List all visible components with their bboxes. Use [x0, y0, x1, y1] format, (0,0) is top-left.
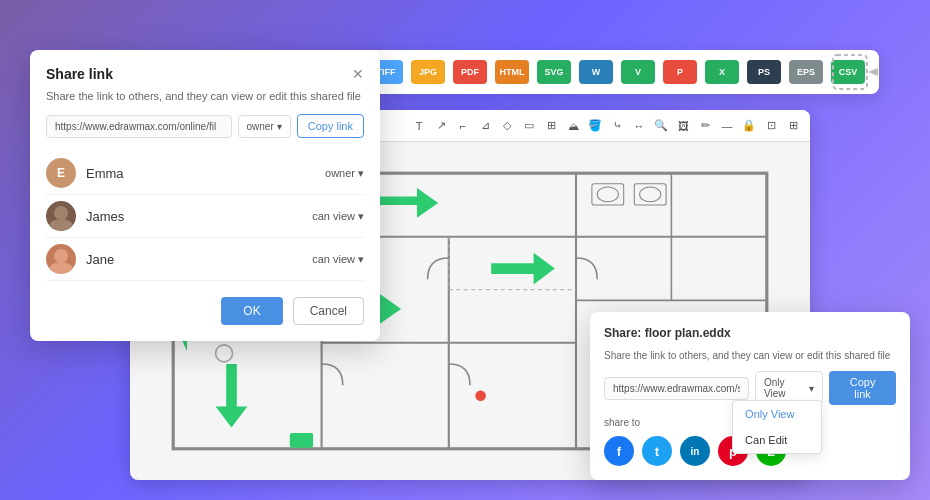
svg-point-29 — [54, 249, 68, 263]
path-tool-icon[interactable]: ⊿ — [476, 117, 494, 135]
link-permission-selector[interactable]: owner ▾ — [238, 115, 291, 138]
corner-tool-icon[interactable]: ⌐ — [454, 117, 472, 135]
user-name-emma: Emma — [86, 166, 325, 181]
svg-point-27 — [54, 206, 68, 220]
format-visio[interactable]: V — [621, 60, 655, 84]
user-perm-james[interactable]: can view ▾ — [312, 210, 364, 223]
copy-link-button-main[interactable]: Copy link — [297, 114, 364, 138]
format-ppt[interactable]: P — [663, 60, 697, 84]
link-perm-label: owner — [247, 121, 274, 132]
facebook-share-icon[interactable]: f — [604, 436, 634, 466]
user-perm-emma[interactable]: owner ▾ — [325, 167, 364, 180]
format-word[interactable]: W — [579, 60, 613, 84]
format-svg[interactable]: SVG — [537, 60, 571, 84]
dialog-title: Share link — [46, 66, 113, 82]
avatar-james — [46, 201, 76, 231]
pen-icon[interactable]: ✏ — [696, 117, 714, 135]
perm-label-emma: owner — [325, 167, 355, 179]
chevron-down-icon: ▾ — [358, 167, 364, 180]
crop-icon[interactable]: ⊡ — [762, 117, 780, 135]
svg-rect-25 — [833, 55, 867, 89]
share-link-row: Only View ▾ Only View Can Edit Copy link — [604, 371, 896, 405]
link-row: owner ▾ Copy link — [46, 114, 364, 138]
user-row-jane: Jane can view ▾ — [46, 238, 364, 281]
dialog-description: Share the link to others, and they can v… — [46, 90, 364, 102]
shape-tool-icon[interactable]: ◇ — [498, 117, 516, 135]
chevron-down-icon: ▾ — [358, 253, 364, 266]
perm-label-jane: can view — [312, 253, 355, 265]
lock-icon[interactable]: 🔒 — [740, 117, 758, 135]
user-name-jane: Jane — [86, 252, 312, 267]
chevron-down-icon: ▾ — [277, 121, 282, 132]
svg-point-30 — [49, 262, 73, 274]
share-permission-selector[interactable]: Only View ▾ Only View Can Edit — [755, 371, 823, 405]
format-eps[interactable]: EPS — [789, 60, 823, 84]
format-excel[interactable]: X — [705, 60, 739, 84]
format-pdf[interactable]: PDF — [453, 60, 487, 84]
connect-icon[interactable]: ⤷ — [608, 117, 626, 135]
avatar-jane — [46, 244, 76, 274]
svg-point-21 — [597, 187, 618, 202]
format-jpg[interactable]: JPG — [411, 60, 445, 84]
permission-dropdown: Only View Can Edit — [732, 400, 822, 454]
line-icon[interactable]: — — [718, 117, 736, 135]
dialog-header: Share link ✕ — [46, 66, 364, 82]
perm-label-james: can view — [312, 210, 355, 222]
svg-marker-26 — [868, 68, 878, 76]
svg-marker-11 — [216, 364, 248, 428]
share-perm-label: Only View — [764, 377, 806, 399]
twitter-share-icon[interactable]: t — [642, 436, 672, 466]
ok-button[interactable]: OK — [221, 297, 282, 325]
arrow-indicator — [828, 50, 878, 104]
copy-link-button-panel[interactable]: Copy link — [829, 371, 896, 405]
dialog-actions: OK Cancel — [46, 297, 364, 325]
close-button[interactable]: ✕ — [352, 67, 364, 81]
avatar-emma: E — [46, 158, 76, 188]
link-icon[interactable]: ↔ — [630, 117, 648, 135]
share-panel-description: Share the link to others, and they can v… — [604, 350, 896, 361]
format-html[interactable]: HTML — [495, 60, 529, 84]
share-link-input[interactable] — [604, 377, 749, 400]
zoom-icon[interactable]: 🔍 — [652, 117, 670, 135]
perm-can-edit[interactable]: Can Edit — [733, 427, 821, 453]
share-dialog-main: Share link ✕ Share the link to others, a… — [30, 50, 380, 341]
svg-rect-17 — [290, 433, 313, 448]
arrow-tool-icon[interactable]: ↗ — [432, 117, 450, 135]
table-tool-icon[interactable]: ⊞ — [542, 117, 560, 135]
user-row-emma: E Emma owner ▾ — [46, 152, 364, 195]
grid-icon[interactable]: ⊞ — [784, 117, 802, 135]
image-icon[interactable]: 🖼 — [674, 117, 692, 135]
user-name-james: James — [86, 209, 312, 224]
svg-marker-14 — [375, 188, 439, 218]
svg-marker-13 — [491, 253, 555, 285]
export-bar: TIFF JPG PDF HTML SVG W V P X PS EPS CSV — [355, 50, 879, 94]
svg-point-28 — [49, 219, 73, 231]
linkedin-share-icon[interactable]: in — [680, 436, 710, 466]
share-panel: Share: floor plan.eddx Share the link to… — [590, 312, 910, 480]
user-perm-jane[interactable]: can view ▾ — [312, 253, 364, 266]
mountain-icon[interactable]: ⛰ — [564, 117, 582, 135]
share-panel-title: Share: floor plan.eddx — [604, 326, 896, 340]
svg-point-23 — [640, 187, 661, 202]
rect-tool-icon[interactable]: ▭ — [520, 117, 538, 135]
chevron-down-icon: ▾ — [358, 210, 364, 223]
perm-only-view[interactable]: Only View — [733, 401, 821, 427]
format-ps[interactable]: PS — [747, 60, 781, 84]
cancel-button[interactable]: Cancel — [293, 297, 364, 325]
user-row-james: James can view ▾ — [46, 195, 364, 238]
link-url-input[interactable] — [46, 115, 232, 138]
chevron-down-icon: ▾ — [809, 383, 814, 394]
fill-icon[interactable]: 🪣 — [586, 117, 604, 135]
text-tool-icon[interactable]: T — [410, 117, 428, 135]
svg-point-19 — [475, 391, 486, 402]
svg-point-24 — [216, 345, 233, 362]
